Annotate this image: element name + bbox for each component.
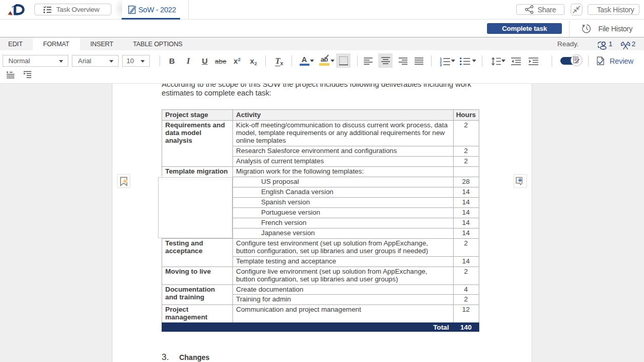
svg-text:3: 3 [440,63,442,66]
